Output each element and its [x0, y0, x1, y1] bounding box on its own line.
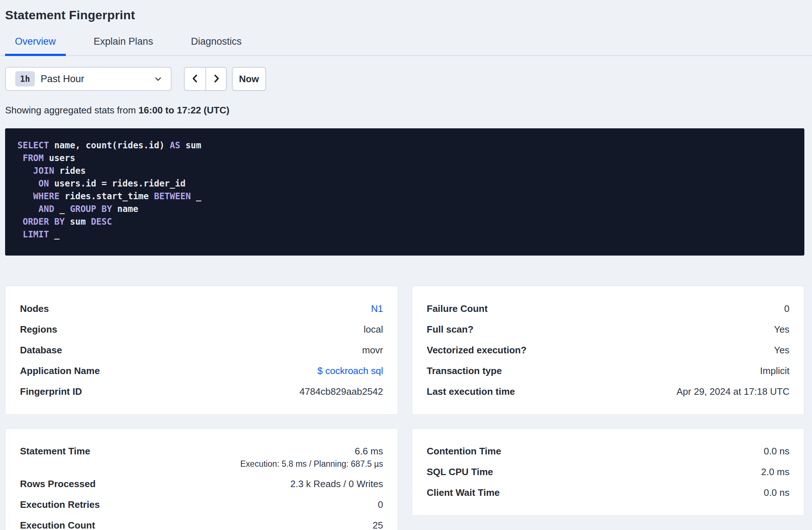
row-label: Rows Processed	[20, 478, 96, 490]
sql-line: ON users.id = rides.rider_id	[17, 177, 792, 190]
sql-token: sum	[180, 140, 201, 150]
sql-line: SELECT name, count(rides.id) AS sum	[17, 139, 792, 152]
stats-line-range: 16:00 to 17:22 (UTC)	[138, 105, 229, 116]
sql-token: FROM	[23, 153, 44, 163]
row-label: Client Wait Time	[427, 487, 500, 498]
row-label: Transaction type	[427, 365, 502, 377]
row-label: Last execution time	[427, 386, 515, 397]
row-fingerprint-id: Fingerprint ID 4784cb829aab2542	[20, 381, 383, 402]
row-failure-count: Failure Count 0	[427, 298, 789, 319]
row-value: 6.6 ms	[355, 446, 383, 457]
row-value: 25	[373, 520, 383, 530]
sql-token: LIMIT	[23, 229, 49, 240]
sql-token	[17, 178, 39, 189]
statement-details-card: Nodes N1 Regions local Database movr App…	[5, 286, 398, 415]
sql-token: BETWEEN	[154, 191, 191, 201]
row-database: Database movr	[20, 340, 383, 361]
row-label: Contention Time	[427, 446, 501, 457]
statement-fingerprint-page: Statement Fingerprint Overview Explain P…	[0, 0, 812, 530]
sql-line: AND _ GROUP BY name	[17, 203, 792, 216]
row-value: 0	[378, 499, 383, 510]
row-value: local	[364, 324, 383, 335]
row-value: 4784cb829aab2542	[300, 386, 383, 397]
sql-token: _	[49, 229, 60, 240]
nodes-link[interactable]: N1	[371, 303, 383, 314]
row-label: Execution Count	[20, 520, 95, 530]
sql-token: GROUP BY	[70, 204, 112, 214]
row-client-wait-time: Client Wait Time 0.0 ns	[427, 482, 789, 503]
row-value: Yes	[774, 345, 789, 356]
sql-token	[17, 153, 23, 163]
sql-token: DESC	[91, 217, 112, 227]
sql-line: LIMIT _	[17, 228, 792, 241]
row-execution-count: Execution Count 25	[20, 515, 383, 530]
sql-token: AND	[39, 204, 54, 214]
row-label: Application Name	[20, 365, 100, 377]
wait-time-card: Contention Time 0.0 ns SQL CPU Time 2.0 …	[412, 428, 804, 516]
sql-token: SELECT	[17, 140, 49, 150]
time-controls: 1h Past Hour Now	[5, 67, 804, 91]
tab-explain-plans[interactable]: Explain Plans	[84, 36, 163, 56]
sql-token: _	[54, 204, 70, 214]
sql-token: JOIN	[33, 166, 54, 176]
row-nodes: Nodes N1	[20, 298, 383, 319]
row-contention-time: Contention Time 0.0 ns	[427, 441, 789, 462]
chevron-down-icon	[153, 74, 163, 84]
row-label: Failure Count	[427, 303, 488, 314]
row-label: Vectorized execution?	[427, 345, 527, 356]
time-step-button-group	[184, 67, 227, 91]
row-transaction-type: Transaction type Implicit	[427, 361, 789, 381]
sql-line: ORDER BY sum DESC	[17, 216, 792, 228]
tab-bar: Overview Explain Plans Diagnostics	[0, 36, 812, 56]
sql-token: name, count(rides.id)	[49, 140, 170, 150]
row-label: Nodes	[20, 303, 49, 314]
sql-line: JOIN rides	[17, 165, 792, 177]
sql-token: name	[112, 204, 138, 214]
row-label: Database	[20, 345, 62, 356]
sql-token: users	[44, 153, 75, 163]
sql-token: sum	[65, 217, 91, 227]
row-full-scan: Full scan? Yes	[427, 319, 789, 340]
row-label: Execution Retries	[20, 499, 100, 510]
now-button[interactable]: Now	[232, 67, 266, 91]
row-execution-retries: Execution Retries 0	[20, 494, 383, 515]
sql-token	[17, 217, 23, 227]
sql-token	[17, 229, 23, 240]
time-interval-badge: 1h	[15, 71, 35, 87]
row-regions: Regions local	[20, 319, 383, 340]
tab-overview[interactable]: Overview	[5, 36, 66, 56]
next-time-button[interactable]	[205, 68, 226, 90]
time-range-dropdown[interactable]: 1h Past Hour	[5, 67, 172, 91]
sql-token: _	[191, 191, 201, 201]
row-sql-cpu-time: SQL CPU Time 2.0 ms	[427, 462, 789, 482]
chevron-left-icon	[190, 73, 201, 85]
row-subvalue: Execution: 5.8 ms / Planning: 687.5 µs	[240, 459, 383, 469]
previous-time-button[interactable]	[185, 68, 205, 90]
sql-line: WHERE rides.start_time BETWEEN _	[17, 190, 792, 203]
summary-cards: Nodes N1 Regions local Database movr App…	[5, 286, 804, 530]
row-vectorized-execution: Vectorized execution? Yes	[427, 340, 789, 361]
sql-line: FROM users	[17, 152, 792, 165]
time-range-selected-label: Past Hour	[41, 73, 153, 85]
sql-token: WHERE	[33, 191, 59, 201]
tab-diagnostics[interactable]: Diagnostics	[181, 36, 252, 56]
chevron-right-icon	[211, 73, 222, 85]
row-value: 0.0 ns	[764, 446, 789, 457]
page-title: Statement Fingerprint	[5, 0, 804, 22]
sql-token: ON	[39, 178, 49, 189]
row-label: Full scan?	[427, 324, 474, 335]
statement-timing-card: Statement Time 6.6 ms Execution: 5.8 ms …	[5, 428, 398, 530]
row-value: movr	[362, 345, 383, 356]
row-label: Statement Time	[20, 446, 90, 457]
aggregated-stats-line: Showing aggregated stats from 16:00 to 1…	[5, 105, 804, 116]
row-label: SQL CPU Time	[427, 466, 493, 478]
row-value: 0.0 ns	[764, 487, 789, 498]
sql-token: rides.start_time	[60, 191, 154, 201]
statement-time-values: 6.6 ms Execution: 5.8 ms / Planning: 687…	[240, 446, 383, 469]
sql-token	[17, 166, 33, 176]
sql-token	[17, 191, 33, 201]
application-name-link[interactable]: $ cockroach sql	[317, 365, 383, 377]
row-value: Implicit	[760, 365, 789, 377]
row-value: Yes	[774, 324, 789, 335]
sql-token: ORDER BY	[23, 217, 65, 227]
